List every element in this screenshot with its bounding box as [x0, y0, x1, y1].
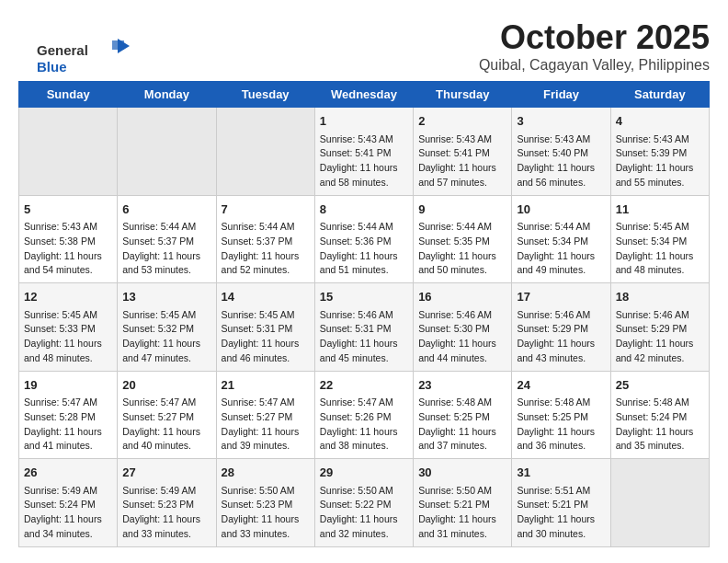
calendar-cell: 19Sunrise: 5:47 AMSunset: 5:28 PMDayligh… — [19, 371, 118, 459]
day-number: 28 — [222, 464, 310, 482]
sunrise-text: Sunrise: 5:51 AM — [517, 484, 605, 499]
sunset-text: Sunset: 5:33 PM — [24, 322, 112, 337]
day-number: 31 — [517, 464, 605, 482]
daylight-text: Daylight: 11 hours and 33 minutes. — [222, 512, 310, 542]
sunrise-text: Sunrise: 5:45 AM — [24, 308, 112, 323]
sunset-text: Sunset: 5:30 PM — [418, 322, 506, 337]
sunset-text: Sunset: 5:21 PM — [418, 498, 506, 512]
sunset-text: Sunset: 5:23 PM — [222, 498, 310, 512]
cell-content: 14Sunrise: 5:45 AMSunset: 5:31 PMDayligh… — [222, 288, 310, 366]
day-number: 4 — [616, 112, 704, 131]
sunrise-text: Sunrise: 5:45 AM — [616, 220, 704, 235]
day-number: 25 — [616, 376, 704, 395]
weekday-header-sunday: Sunday — [19, 82, 118, 108]
daylight-text: Daylight: 11 hours and 47 minutes. — [122, 337, 210, 366]
daylight-text: Daylight: 11 hours and 50 minutes. — [418, 249, 506, 279]
sunrise-text: Sunrise: 5:50 AM — [320, 484, 408, 499]
sunrise-text: Sunrise: 5:45 AM — [122, 308, 210, 323]
calendar-cell: 13Sunrise: 5:45 AMSunset: 5:32 PMDayligh… — [118, 283, 216, 372]
sunset-text: Sunset: 5:41 PM — [418, 146, 506, 161]
daylight-text: Daylight: 11 hours and 55 minutes. — [616, 161, 704, 190]
sunrise-text: Sunrise: 5:44 AM — [320, 220, 408, 235]
sunrise-text: Sunrise: 5:43 AM — [320, 132, 408, 147]
sunrise-text: Sunrise: 5:50 AM — [222, 484, 310, 499]
sunrise-text: Sunrise: 5:44 AM — [122, 220, 210, 235]
calendar-cell: 26Sunrise: 5:49 AMSunset: 5:24 PMDayligh… — [19, 459, 118, 547]
cell-content: 31Sunrise: 5:51 AMSunset: 5:21 PMDayligh… — [517, 464, 605, 542]
calendar-cell — [610, 459, 709, 547]
svg-text:General: General — [37, 42, 88, 58]
cell-content: 17Sunrise: 5:46 AMSunset: 5:29 PMDayligh… — [517, 288, 605, 366]
calendar-cell: 21Sunrise: 5:47 AMSunset: 5:27 PMDayligh… — [216, 371, 314, 459]
weekday-header-wednesday: Wednesday — [314, 82, 413, 108]
cell-content: 6Sunrise: 5:44 AMSunset: 5:37 PMDaylight… — [122, 201, 210, 279]
sunrise-text: Sunrise: 5:48 AM — [517, 396, 605, 410]
cell-content: 13Sunrise: 5:45 AMSunset: 5:32 PMDayligh… — [122, 288, 210, 366]
calendar-cell: 18Sunrise: 5:46 AMSunset: 5:29 PMDayligh… — [610, 283, 709, 372]
calendar-cell: 31Sunrise: 5:51 AMSunset: 5:21 PMDayligh… — [512, 459, 610, 547]
calendar-cell: 12Sunrise: 5:45 AMSunset: 5:33 PMDayligh… — [19, 283, 118, 372]
cell-content: 24Sunrise: 5:48 AMSunset: 5:25 PMDayligh… — [517, 376, 605, 454]
sunset-text: Sunset: 5:24 PM — [616, 410, 704, 425]
cell-content: 16Sunrise: 5:46 AMSunset: 5:30 PMDayligh… — [418, 288, 506, 366]
sunset-text: Sunset: 5:28 PM — [24, 410, 112, 425]
daylight-text: Daylight: 11 hours and 52 minutes. — [222, 249, 310, 279]
sunset-text: Sunset: 5:37 PM — [222, 235, 310, 249]
cell-content: 9Sunrise: 5:44 AMSunset: 5:35 PMDaylight… — [418, 201, 506, 279]
daylight-text: Daylight: 11 hours and 51 minutes. — [320, 249, 408, 279]
calendar-cell: 3Sunrise: 5:43 AMSunset: 5:40 PMDaylight… — [512, 108, 610, 196]
cell-content: 28Sunrise: 5:50 AMSunset: 5:23 PMDayligh… — [222, 464, 310, 542]
sunrise-text: Sunrise: 5:44 AM — [222, 220, 310, 235]
sunrise-text: Sunrise: 5:48 AM — [616, 396, 704, 410]
calendar-cell — [216, 108, 314, 196]
daylight-text: Daylight: 11 hours and 49 minutes. — [517, 249, 605, 279]
cell-content: 8Sunrise: 5:44 AMSunset: 5:36 PMDaylight… — [320, 201, 408, 279]
daylight-text: Daylight: 11 hours and 42 minutes. — [616, 337, 704, 366]
sunrise-text: Sunrise: 5:43 AM — [616, 132, 704, 147]
day-number: 10 — [517, 201, 605, 219]
weekday-header-saturday: Saturday — [610, 82, 709, 108]
sunrise-text: Sunrise: 5:47 AM — [222, 396, 310, 410]
calendar-cell: 29Sunrise: 5:50 AMSunset: 5:22 PMDayligh… — [314, 459, 413, 547]
day-number: 13 — [122, 288, 210, 306]
calendar-table: SundayMondayTuesdayWednesdayThursdayFrid… — [18, 81, 710, 547]
sunset-text: Sunset: 5:25 PM — [418, 410, 506, 425]
sunset-text: Sunset: 5:23 PM — [122, 498, 210, 512]
daylight-text: Daylight: 11 hours and 39 minutes. — [222, 425, 310, 454]
daylight-text: Daylight: 11 hours and 45 minutes. — [320, 337, 408, 366]
daylight-text: Daylight: 11 hours and 40 minutes. — [122, 425, 210, 454]
daylight-text: Daylight: 11 hours and 37 minutes. — [418, 425, 506, 454]
sunset-text: Sunset: 5:31 PM — [320, 322, 408, 337]
cell-content: 20Sunrise: 5:47 AMSunset: 5:27 PMDayligh… — [122, 376, 210, 454]
sunrise-text: Sunrise: 5:44 AM — [517, 220, 605, 235]
calendar-cell: 17Sunrise: 5:46 AMSunset: 5:29 PMDayligh… — [512, 283, 610, 372]
sunrise-text: Sunrise: 5:46 AM — [418, 308, 506, 323]
cell-content: 29Sunrise: 5:50 AMSunset: 5:22 PMDayligh… — [320, 464, 408, 542]
sunrise-text: Sunrise: 5:46 AM — [320, 308, 408, 323]
sunrise-text: Sunrise: 5:43 AM — [517, 132, 605, 147]
day-number: 3 — [517, 112, 605, 131]
cell-content: 7Sunrise: 5:44 AMSunset: 5:37 PMDaylight… — [222, 201, 310, 279]
sunset-text: Sunset: 5:27 PM — [122, 410, 210, 425]
daylight-text: Daylight: 11 hours and 48 minutes. — [616, 249, 704, 279]
sunset-text: Sunset: 5:29 PM — [517, 322, 605, 337]
cell-content: 2Sunrise: 5:43 AMSunset: 5:41 PMDaylight… — [418, 112, 506, 190]
day-number: 12 — [24, 288, 112, 306]
day-number: 8 — [320, 201, 408, 219]
sunset-text: Sunset: 5:35 PM — [418, 235, 506, 249]
sunset-text: Sunset: 5:31 PM — [222, 322, 310, 337]
day-number: 18 — [616, 288, 704, 306]
daylight-text: Daylight: 11 hours and 41 minutes. — [24, 425, 112, 454]
day-number: 6 — [122, 201, 210, 219]
calendar-cell: 27Sunrise: 5:49 AMSunset: 5:23 PMDayligh… — [118, 459, 216, 547]
weekday-header-tuesday: Tuesday — [216, 82, 314, 108]
calendar-cell: 1Sunrise: 5:43 AMSunset: 5:41 PMDaylight… — [314, 108, 413, 196]
day-number: 19 — [24, 376, 112, 395]
svg-text:Blue: Blue — [37, 59, 67, 75]
daylight-text: Daylight: 11 hours and 34 minutes. — [24, 512, 112, 542]
daylight-text: Daylight: 11 hours and 57 minutes. — [418, 161, 506, 190]
day-number: 21 — [222, 376, 310, 395]
sunset-text: Sunset: 5:34 PM — [517, 235, 605, 249]
cell-content: 30Sunrise: 5:50 AMSunset: 5:21 PMDayligh… — [418, 464, 506, 542]
weekday-header-thursday: Thursday — [414, 82, 512, 108]
